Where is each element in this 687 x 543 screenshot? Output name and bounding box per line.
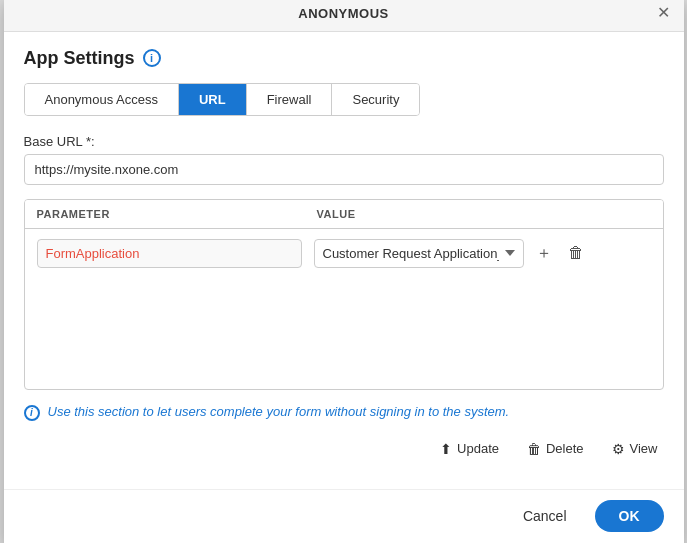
app-settings-title-row: App Settings i	[24, 48, 664, 69]
delete-button[interactable]: 🗑 Delete	[521, 437, 590, 461]
update-icon: ⬆	[440, 441, 452, 457]
info-note: i Use this section to let users complete…	[24, 404, 664, 421]
view-label: View	[630, 441, 658, 456]
value-select-wrapper: Customer Request Application_New ... Opt…	[314, 239, 588, 268]
tab-firewall[interactable]: Firewall	[247, 84, 333, 115]
param-table-row: Customer Request Application_New ... Opt…	[25, 229, 663, 389]
dialog-body: App Settings i Anonymous Access URL Fire…	[4, 32, 684, 489]
tab-anonymous-access[interactable]: Anonymous Access	[25, 84, 179, 115]
delete-label: Delete	[546, 441, 584, 456]
dialog-title: ANONYMOUS	[298, 6, 388, 21]
app-settings-dialog: ANONYMOUS ✕ App Settings i Anonymous Acc…	[4, 0, 684, 543]
value-select[interactable]: Customer Request Application_New ... Opt…	[314, 239, 524, 268]
info-note-icon: i	[24, 405, 40, 421]
update-label: Update	[457, 441, 499, 456]
parameter-input[interactable]	[37, 239, 302, 268]
parameter-table: PARAMETER VALUE Customer Request Applica…	[24, 199, 664, 390]
tab-security[interactable]: Security	[332, 84, 419, 115]
view-icon: ⚙	[612, 441, 625, 457]
actions-row: ⬆ Update 🗑 Delete ⚙ View	[24, 437, 664, 461]
close-button[interactable]: ✕	[657, 5, 670, 21]
delete-row-button[interactable]: 🗑	[564, 240, 588, 266]
value-column-header: VALUE	[317, 208, 651, 220]
add-row-button[interactable]: ＋	[532, 239, 556, 268]
delete-icon: 🗑	[527, 441, 541, 457]
dialog-footer: Cancel OK	[4, 489, 684, 544]
app-settings-info-icon[interactable]: i	[143, 49, 161, 67]
update-button[interactable]: ⬆ Update	[434, 437, 505, 461]
base-url-label: Base URL *:	[24, 134, 664, 149]
info-note-text: Use this section to let users complete y…	[48, 404, 510, 419]
app-settings-heading: App Settings	[24, 48, 135, 69]
base-url-input[interactable]	[24, 154, 664, 185]
param-table-header: PARAMETER VALUE	[25, 200, 663, 229]
cancel-button[interactable]: Cancel	[507, 500, 583, 532]
parameter-column-header: PARAMETER	[37, 208, 317, 220]
base-url-group: Base URL *:	[24, 134, 664, 185]
view-button[interactable]: ⚙ View	[606, 437, 664, 461]
action-buttons-group: ⬆ Update 🗑 Delete ⚙ View	[434, 437, 663, 461]
ok-button[interactable]: OK	[595, 500, 664, 532]
tabs-container: Anonymous Access URL Firewall Security	[24, 83, 421, 116]
dialog-header: ANONYMOUS ✕	[4, 0, 684, 32]
tab-url[interactable]: URL	[179, 84, 247, 115]
